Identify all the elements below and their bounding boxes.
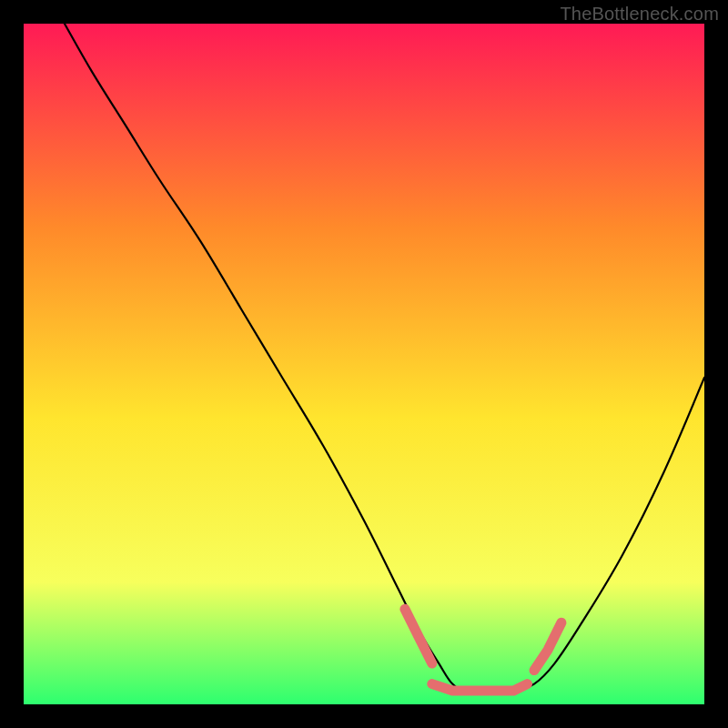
chart-svg (24, 24, 704, 704)
watermark-text: TheBottleneck.com (560, 4, 719, 25)
chart-frame: TheBottleneck.com (0, 0, 728, 728)
plot-area (24, 24, 704, 704)
